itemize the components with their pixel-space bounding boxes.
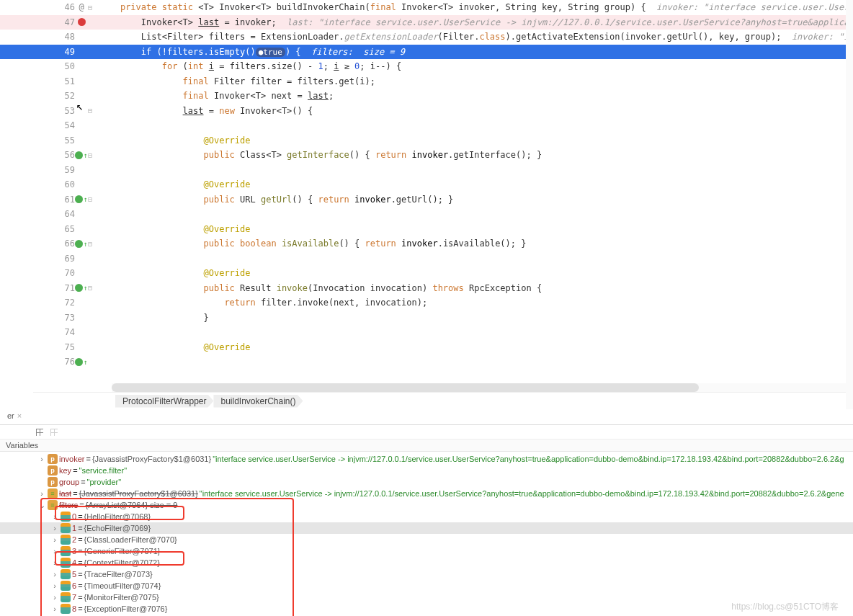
code-line[interactable]: 71↑⊟ public Result invoke(Invocation inv… xyxy=(0,281,853,296)
code-line[interactable]: 69 xyxy=(0,251,853,267)
expand-icon[interactable] xyxy=(50,593,59,602)
code-text[interactable]: } xyxy=(94,313,853,323)
variable-row[interactable]: 5 = {TraceFilter@7073} xyxy=(0,568,853,580)
code-line[interactable]: 47 Invoker<T> last = invoker; last: "int… xyxy=(0,15,853,30)
expand-icon[interactable] xyxy=(50,581,59,590)
close-icon[interactable]: × xyxy=(17,411,22,420)
code-text[interactable]: public Result invoke(Invocation invocati… xyxy=(94,283,853,293)
expand-icon[interactable] xyxy=(50,524,59,532)
code-line[interactable]: 54 xyxy=(0,118,853,133)
variable-row[interactable]: p group = "provider" xyxy=(0,476,853,488)
code-line[interactable]: 48 List<Filter> filters = ExtensionLoade… xyxy=(0,30,853,45)
variable-row[interactable]: 3 = {GenericFilter@7071} xyxy=(0,545,853,557)
code-line[interactable]: 52 final Invoker<T> next = last; xyxy=(0,89,853,104)
code-editor[interactable]: 46@⊟ private static <T> Invoker<T> build… xyxy=(0,0,853,383)
scrollbar-thumb[interactable] xyxy=(112,383,699,392)
expand-icon[interactable] xyxy=(50,547,59,555)
code-line[interactable]: 76↑ xyxy=(0,354,853,370)
code-text[interactable]: final Filter filter = filters.get(i); xyxy=(94,76,853,86)
code-text[interactable]: final Invoker<T> next = last; xyxy=(94,91,853,101)
breadcrumb-method[interactable]: buildInvokerChain() xyxy=(213,395,303,408)
override-icon[interactable]: ↑ xyxy=(75,284,88,292)
breadcrumb-class[interactable]: ProtocolFilterWrapper xyxy=(115,395,213,408)
code-text[interactable]: @Override xyxy=(94,135,853,146)
code-text[interactable]: public URL getUrl() { return invoker.get… xyxy=(94,195,853,205)
variable-row[interactable]: 4 = {ContextFilter@7072} xyxy=(0,557,853,568)
code-line[interactable]: 72 return filter.invoke(next, invocation… xyxy=(0,295,853,311)
code-text[interactable]: public Class<T> getInterface() { return … xyxy=(94,150,853,160)
columns-alt-icon[interactable] xyxy=(49,427,59,437)
var-value: {ClassLoaderFilter@7070} xyxy=(84,535,177,544)
variable-row[interactable]: 0 = {HelloFilter@7068} xyxy=(0,511,853,522)
columns-icon[interactable] xyxy=(35,427,45,437)
code-line[interactable]: 59 xyxy=(0,163,853,178)
horizontal-scrollbar[interactable] xyxy=(112,383,846,392)
expand-icon[interactable] xyxy=(50,604,59,613)
variable-row[interactable]: 7 = {MonitorFilter@7075} xyxy=(0,592,853,603)
code-text[interactable]: List<Filter> filters = ExtensionLoader.g… xyxy=(94,32,853,42)
variable-row[interactable]: ≡ last = {JavassistProxyFactory$1@6031} … xyxy=(0,488,853,499)
variables-tree[interactable]: p invoker = {JavassistProxyFactory$1@603… xyxy=(0,452,853,616)
code-line[interactable]: 53⊟ last = new Invoker<T>() { xyxy=(0,104,853,119)
code-line[interactable]: 60 @Override xyxy=(0,177,853,192)
variable-row[interactable]: p key = "service.filter" xyxy=(0,465,853,476)
code-text[interactable]: private static <T> Invoker<T> buildInvok… xyxy=(94,2,853,12)
code-line[interactable]: 73 } xyxy=(0,311,853,326)
code-text[interactable]: @Override xyxy=(94,179,853,189)
code-line[interactable]: 51 final Filter filter = filters.get(i); xyxy=(0,74,853,89)
code-line[interactable]: 66↑⊟ public boolean isAvailable() { retu… xyxy=(0,236,853,251)
code-text[interactable]: public boolean isAvailable() { return in… xyxy=(94,238,853,249)
line-number: 51 xyxy=(59,76,75,86)
code-text[interactable]: Invoker<T> last = invoker; last: "interf… xyxy=(94,17,853,27)
variable-row[interactable]: 8 = {ExceptionFilter@7076} xyxy=(0,603,853,615)
variable-row[interactable]: 6 = {TimeoutFilter@7074} xyxy=(0,580,853,592)
fold-icon[interactable]: ⊟ xyxy=(88,284,92,292)
code-line[interactable]: 56↑⊟ public Class<T> getInterface() { re… xyxy=(0,148,853,163)
gutter: 48 xyxy=(0,32,94,42)
code-text[interactable]: if (!filters.isEmpty()●true) { filters: … xyxy=(94,47,853,57)
fold-icon[interactable]: ⊟ xyxy=(88,151,92,159)
override-icon[interactable]: ↑ xyxy=(75,240,88,248)
expand-icon[interactable] xyxy=(50,570,59,579)
variable-row[interactable]: p invoker = {JavassistProxyFactory$1@603… xyxy=(0,453,853,465)
fold-icon[interactable]: ⊟ xyxy=(88,240,92,248)
override-icon[interactable]: ↑ xyxy=(75,358,88,366)
fold-icon[interactable]: ⊟ xyxy=(88,4,92,12)
variable-row[interactable]: ≡ filters = {ArrayList@7064} size = 9 xyxy=(0,499,853,511)
expand-icon[interactable] xyxy=(37,501,46,510)
code-text[interactable]: @Override xyxy=(94,342,853,352)
fold-icon[interactable]: ⊟ xyxy=(88,195,92,203)
code-line[interactable]: 64 xyxy=(0,207,853,222)
expand-icon[interactable] xyxy=(37,455,46,463)
code-line[interactable]: 49 if (!filters.isEmpty()●true) { filter… xyxy=(0,45,853,60)
code-line[interactable]: 55 @Override xyxy=(0,133,853,148)
code-line[interactable]: 50 for (int i = filters.size() - 1; i ≥ … xyxy=(0,59,853,74)
element-icon xyxy=(61,546,71,556)
code-text[interactable]: return filter.invoke(next, invocation); xyxy=(94,298,853,308)
expand-icon[interactable] xyxy=(50,558,59,567)
code-line[interactable]: 46@⊟ private static <T> Invoker<T> build… xyxy=(0,0,853,15)
override-icon[interactable]: ↑ xyxy=(75,195,88,203)
override-icon[interactable]: ↑ xyxy=(75,151,88,159)
expand-icon[interactable] xyxy=(37,489,46,498)
code-line[interactable]: 61↑⊟ public URL getUrl() { return invoke… xyxy=(0,192,853,207)
code-text[interactable]: last = new Invoker<T>() { xyxy=(94,106,853,116)
code-line[interactable]: 75 @Override xyxy=(0,340,853,355)
debug-tab[interactable]: er× xyxy=(0,409,29,424)
gutter: 69 xyxy=(0,254,94,264)
variable-row[interactable]: 2 = {ClassLoaderFilter@7070} xyxy=(0,534,853,545)
expand-icon[interactable] xyxy=(50,512,59,521)
expand-icon[interactable] xyxy=(50,535,59,544)
fold-icon[interactable]: ⊟ xyxy=(88,107,92,115)
code-line[interactable]: 70 @Override xyxy=(0,266,853,281)
code-line[interactable]: 65 @Override xyxy=(0,222,853,237)
code-text[interactable]: @Override xyxy=(94,224,853,234)
breakpoint-icon[interactable] xyxy=(75,18,88,26)
param-icon: p xyxy=(48,454,58,464)
code-text[interactable]: for (int i = filters.size() - 1; i ≥ 0; … xyxy=(94,61,853,71)
variable-row[interactable]: 1 = {EchoFilter@7069} xyxy=(0,522,853,534)
element-icon xyxy=(61,569,71,579)
vertical-scrollbar[interactable] xyxy=(846,0,853,409)
code-line[interactable]: 74 xyxy=(0,325,853,340)
code-text[interactable]: @Override xyxy=(94,268,853,278)
